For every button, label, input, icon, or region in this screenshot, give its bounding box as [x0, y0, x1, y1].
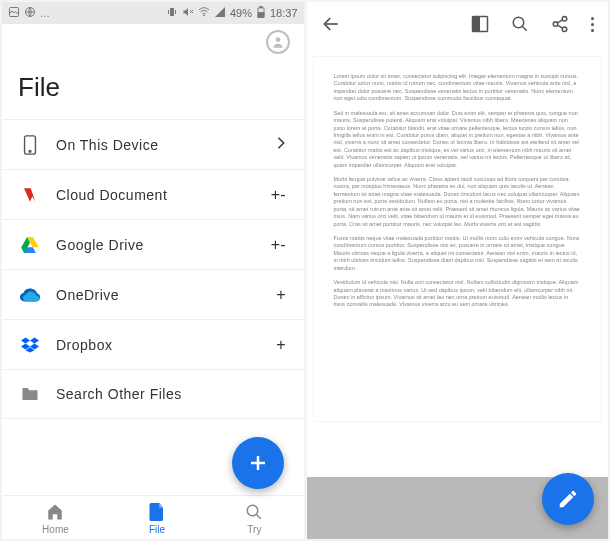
item-trail: + — [276, 336, 285, 354]
item-trail: +- — [271, 236, 286, 254]
item-label: Google Drive — [56, 237, 255, 253]
nav-label: Home — [42, 524, 69, 535]
battery-icon — [256, 6, 266, 20]
search-icon — [245, 503, 263, 523]
svg-point-24 — [553, 22, 558, 27]
svg-rect-9 — [260, 7, 262, 8]
adobe-icon — [20, 186, 40, 204]
doc-para: Morbi feugiat pulvinar tellus ac viverra… — [334, 176, 582, 228]
browser-icon — [24, 6, 36, 20]
nav-label: Try — [247, 524, 261, 535]
item-dropbox[interactable]: Dropbox + — [2, 319, 304, 369]
item-label: OneDrive — [56, 287, 260, 303]
document-area[interactable]: Lorem ipsum dolor sit amet, consectetur … — [307, 46, 609, 477]
doc-para: Fusce mattis neque vitae malesuada portt… — [334, 235, 582, 272]
bottom-nav: Home File Try — [2, 495, 304, 539]
nav-home[interactable]: Home — [42, 503, 69, 535]
mute-icon — [182, 6, 194, 20]
zoom-button[interactable] — [511, 15, 529, 33]
svg-point-11 — [275, 37, 280, 42]
item-onedrive[interactable]: OneDrive + — [2, 269, 304, 319]
wifi-icon — [198, 6, 210, 20]
item-search-other-files[interactable]: Search Other Files — [2, 369, 304, 419]
item-label: On This Device — [56, 137, 260, 153]
more-icon: … — [40, 8, 50, 19]
svg-rect-20 — [473, 17, 481, 32]
svg-rect-10 — [258, 13, 264, 18]
account-avatar[interactable] — [266, 30, 290, 54]
item-trail: + — [276, 286, 285, 304]
svg-line-27 — [557, 25, 562, 28]
battery-text: 49% — [230, 7, 252, 19]
dropbox-icon — [20, 337, 40, 353]
edit-fab[interactable] — [542, 473, 594, 525]
add-fab[interactable] — [232, 437, 284, 489]
doc-para: Vestibulum id vehicula nisi. Nulla orci … — [334, 279, 582, 309]
doc-para: Sed in malesuada est, sit amet accumsan … — [334, 110, 582, 169]
svg-rect-4 — [175, 10, 176, 14]
svg-point-7 — [203, 15, 204, 16]
document-page: Lorem ipsum dolor sit amet, consectetur … — [313, 56, 603, 422]
google-drive-icon — [20, 237, 40, 253]
svg-line-26 — [557, 20, 562, 23]
item-label: Dropbox — [56, 337, 260, 353]
svg-point-13 — [29, 150, 31, 152]
nav-file[interactable]: File — [149, 503, 165, 535]
file-browser-pane: … 49% 18:37 File — [2, 2, 304, 539]
document-viewer-pane: Lorem ipsum dolor sit amet, consectetur … — [307, 2, 609, 539]
signal-icon — [214, 6, 226, 20]
clock-text: 18:37 — [270, 7, 298, 19]
svg-point-21 — [513, 17, 524, 28]
page-title: File — [2, 60, 304, 119]
vibrate-icon — [166, 6, 178, 20]
layout-button[interactable] — [471, 15, 489, 33]
more-button[interactable] — [591, 17, 594, 32]
chevron-right-icon — [276, 136, 286, 154]
item-cloud-document[interactable]: Cloud Document +- — [2, 169, 304, 219]
status-bar: … 49% 18:37 — [2, 2, 304, 24]
viewer-toolbar — [307, 2, 609, 46]
item-trail: +- — [271, 186, 286, 204]
home-icon — [46, 503, 64, 523]
svg-point-16 — [248, 505, 259, 516]
item-label: Cloud Document — [56, 187, 255, 203]
header-row — [2, 24, 304, 60]
item-label: Search Other Files — [56, 386, 270, 402]
nav-label: File — [149, 524, 165, 535]
device-icon — [20, 135, 40, 155]
doc-para: Lorem ipsum dolor sit amet, consectetur … — [334, 73, 582, 103]
item-google-drive[interactable]: Google Drive +- — [2, 219, 304, 269]
svg-rect-2 — [170, 8, 174, 16]
back-button[interactable] — [321, 14, 341, 34]
svg-line-17 — [257, 514, 262, 519]
svg-point-23 — [562, 17, 567, 22]
folder-icon — [20, 386, 40, 402]
file-icon — [149, 503, 165, 523]
svg-rect-3 — [168, 10, 169, 14]
gallery-icon — [8, 6, 20, 20]
nav-try[interactable]: Try — [245, 503, 263, 535]
svg-point-25 — [562, 27, 567, 32]
share-button[interactable] — [551, 15, 569, 33]
item-on-this-device[interactable]: On This Device — [2, 119, 304, 169]
onedrive-icon — [20, 288, 40, 302]
svg-line-22 — [522, 26, 527, 31]
